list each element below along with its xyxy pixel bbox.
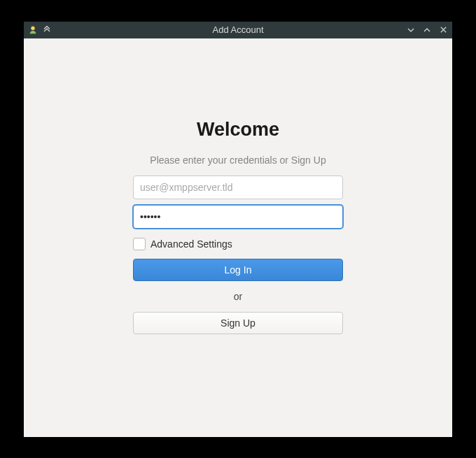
- signup-button[interactable]: Sign Up: [133, 312, 343, 334]
- advanced-settings-checkbox[interactable]: [133, 238, 146, 250]
- titlebar-right: [406, 25, 448, 35]
- login-button[interactable]: Log In: [133, 259, 343, 281]
- add-account-window: Add Account Welcome Please enter your cr…: [24, 22, 452, 437]
- close-button[interactable]: [438, 25, 448, 35]
- login-form: Advanced Settings Log In or Sign Up: [133, 176, 343, 334]
- login-button-label: Log In: [225, 264, 252, 275]
- page-title: Welcome: [197, 119, 279, 141]
- advanced-settings-label: Advanced Settings: [150, 238, 232, 250]
- advanced-settings-row: Advanced Settings: [133, 238, 343, 250]
- content-area: Welcome Please enter your credentials or…: [24, 38, 452, 437]
- signup-button-label: Sign Up: [220, 317, 255, 329]
- or-separator: or: [133, 291, 343, 302]
- window-title: Add Account: [24, 24, 452, 35]
- minimize-button[interactable]: [406, 25, 416, 35]
- password-input[interactable]: [133, 205, 343, 229]
- svg-point-0: [31, 26, 35, 30]
- titlebar: Add Account: [24, 22, 452, 38]
- rollup-icon[interactable]: [42, 25, 52, 35]
- subtitle: Please enter your credentials or Sign Up: [150, 155, 326, 166]
- maximize-button[interactable]: [422, 25, 432, 35]
- username-input[interactable]: [133, 176, 343, 199]
- app-icon: [28, 25, 38, 35]
- titlebar-left: [28, 25, 52, 35]
